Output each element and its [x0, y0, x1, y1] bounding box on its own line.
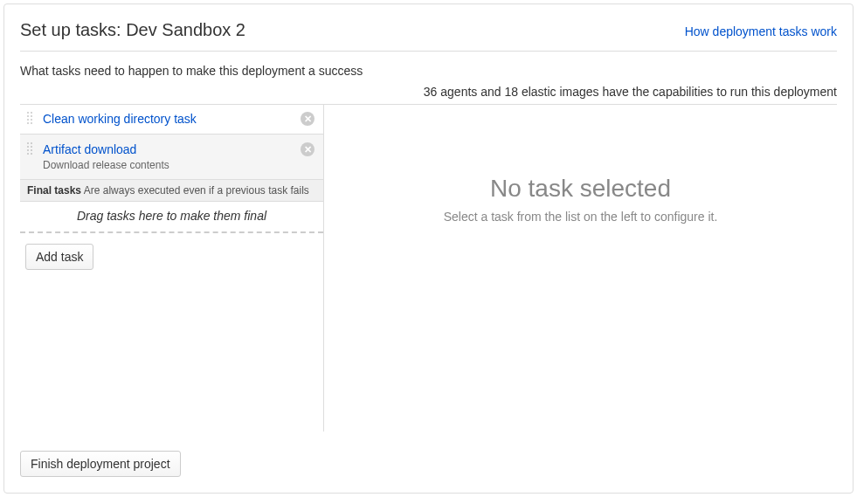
remove-task-icon[interactable]: ✕ — [301, 112, 314, 126]
add-task-button[interactable]: Add task — [25, 244, 93, 270]
main-area: Clean working directory task ✕ Artifact … — [20, 104, 837, 432]
page-container: Set up tasks: Dev Sandbox 2 How deployme… — [3, 3, 854, 494]
drag-handle-icon[interactable] — [27, 112, 36, 126]
task-description: Download release contents — [43, 159, 295, 171]
header: Set up tasks: Dev Sandbox 2 How deployme… — [20, 20, 837, 52]
finish-deployment-button[interactable]: Finish deployment project — [20, 451, 181, 477]
final-tasks-note: Are always executed even if a previous t… — [84, 184, 309, 197]
capabilities-text: 36 agents and 18 elastic images have the… — [20, 85, 837, 104]
help-link[interactable]: How deployment tasks work — [685, 24, 837, 38]
task-content: Artifact download Download release conte… — [43, 142, 295, 171]
final-tasks-header: Final tasks Are always executed even if … — [20, 180, 323, 202]
task-item-artifact-download[interactable]: Artifact download Download release conte… — [20, 135, 323, 180]
drag-handle-icon[interactable] — [27, 142, 36, 156]
add-task-row: Add task — [20, 233, 323, 280]
final-tasks-dropzone[interactable]: Drag tasks here to make them final — [20, 202, 323, 233]
subtitle: What tasks need to happen to make this d… — [20, 52, 837, 85]
no-task-selected-subtitle: Select a task from the list on the left … — [444, 210, 718, 224]
footer: Finish deployment project — [20, 432, 837, 477]
task-link[interactable]: Artifact download — [43, 142, 136, 156]
final-tasks-label: Final tasks — [27, 184, 81, 197]
no-task-selected-title: No task selected — [490, 175, 671, 203]
task-item-clean-working-directory[interactable]: Clean working directory task ✕ — [20, 105, 323, 135]
task-content: Clean working directory task — [43, 112, 295, 127]
task-link[interactable]: Clean working directory task — [43, 112, 197, 126]
task-list: Clean working directory task ✕ Artifact … — [20, 105, 324, 432]
page-title: Set up tasks: Dev Sandbox 2 — [20, 20, 245, 40]
remove-task-icon[interactable]: ✕ — [301, 142, 314, 156]
task-detail-pane: No task selected Select a task from the … — [324, 105, 837, 432]
